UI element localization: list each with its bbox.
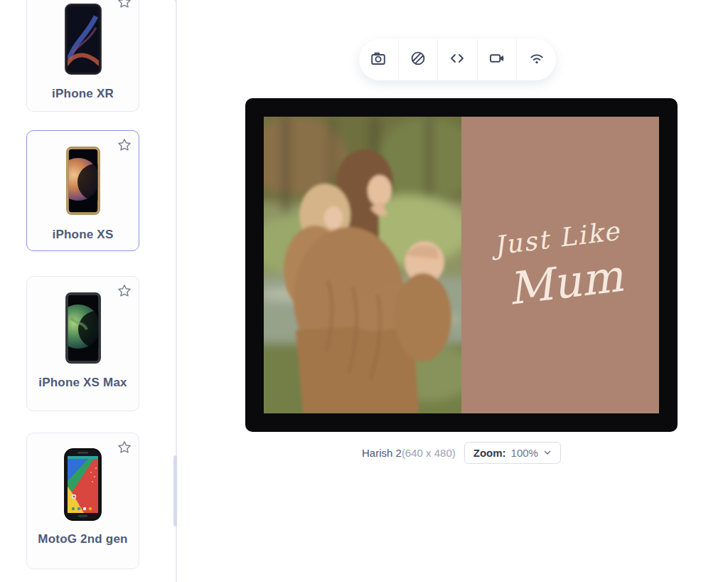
device-resolution-text: (640 x 480) <box>402 447 456 459</box>
device-caption: Harish 2(640 x 480) <box>362 447 456 459</box>
ban-icon <box>410 50 427 70</box>
device-name-text: Harish 2 <box>362 447 402 459</box>
screen-text-panel: Just Like Mum <box>461 117 659 413</box>
code-button[interactable] <box>438 39 478 80</box>
wifi-icon <box>528 50 545 70</box>
device-sidebar: iPhone XR <box>0 0 175 582</box>
screenshot-button[interactable] <box>359 39 399 80</box>
device-screen[interactable]: Just Like Mum <box>264 117 659 413</box>
device-label: iPhone XS Max <box>38 375 127 390</box>
chevron-down-icon <box>543 448 552 457</box>
zoom-value: 100% <box>511 447 538 459</box>
block-button[interactable] <box>399 39 439 80</box>
device-thumbnail-iphone-xr <box>65 4 102 75</box>
device-card-iphone-xr[interactable]: iPhone XR <box>26 0 139 112</box>
preview-toolbar <box>359 39 556 80</box>
record-button[interactable] <box>478 39 518 80</box>
camera-icon <box>370 50 387 70</box>
preview-area: Just Like Mum Harish 2(640 x 480) Zoom: … <box>177 0 728 582</box>
device-frame: Just Like Mum <box>245 98 678 432</box>
app-window: iPhone XR <box>0 0 728 582</box>
device-label: iPhone XS <box>53 227 114 242</box>
preview-footer: Harish 2(640 x 480) Zoom: 100% <box>245 440 678 465</box>
video-camera-icon <box>488 50 505 70</box>
star-icon[interactable] <box>117 440 132 455</box>
screen-photo-mother-children <box>264 117 461 413</box>
zoom-select[interactable]: Zoom: 100% <box>464 442 561 464</box>
star-icon[interactable] <box>117 138 132 152</box>
network-button[interactable] <box>517 39 556 80</box>
device-label: iPhone XR <box>52 86 114 101</box>
screen-headline-line2: Mum <box>503 253 628 312</box>
device-card-iphone-xs[interactable]: iPhone XS <box>26 130 139 251</box>
device-thumbnail-motog <box>64 449 102 520</box>
zoom-label: Zoom: <box>473 447 506 459</box>
star-icon[interactable] <box>117 0 132 9</box>
device-label: MotoG 2nd gen <box>38 531 127 546</box>
device-card-iphone-xs-max[interactable]: iPhone XS Max <box>26 276 139 411</box>
device-thumbnail-iphone-xs <box>66 147 100 216</box>
code-icon <box>449 50 466 70</box>
device-thumbnail-iphone-xs-max <box>65 292 101 364</box>
device-card-motog-2nd-gen[interactable]: MotoG 2nd gen <box>26 433 139 569</box>
star-icon[interactable] <box>117 284 132 298</box>
